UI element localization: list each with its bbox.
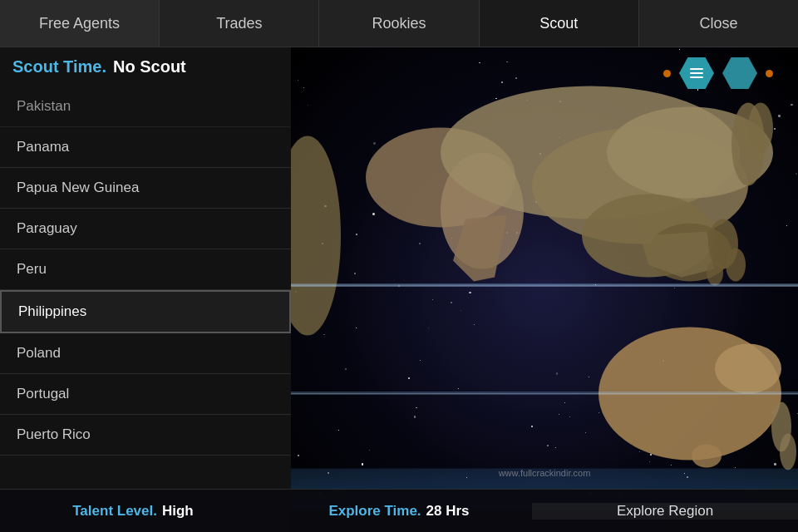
scout-time-label: Scout Time. xyxy=(12,57,106,76)
hex-button-map[interactable] xyxy=(722,57,757,89)
country-list: PakistanPanamaPapua New GuineaParaguayPe… xyxy=(0,86,291,532)
svg-point-17 xyxy=(692,445,722,468)
svg-point-19 xyxy=(780,434,796,470)
hex-button-list[interactable] xyxy=(679,57,714,89)
talent-label: Talent Level. xyxy=(72,503,157,520)
svg-point-11 xyxy=(726,249,746,282)
svg-point-16 xyxy=(715,344,781,394)
explore-value: 28 Hrs xyxy=(426,503,470,520)
country-item-pakistan[interactable]: Pakistan xyxy=(0,86,291,127)
country-item-puerto-rico[interactable]: Puerto Rico xyxy=(0,415,291,456)
dot-left xyxy=(663,70,671,77)
navigation-bar: Free AgentsTradesRookiesScoutClose xyxy=(0,0,798,47)
explore-region-button[interactable]: Explore Region xyxy=(617,503,713,520)
nav-item-close[interactable]: Close xyxy=(639,0,798,47)
watermark: www.fullcrackindir.com xyxy=(499,468,591,478)
explore-label: Explore Time. xyxy=(328,503,421,520)
explore-btn-section[interactable]: Explore Region xyxy=(532,503,798,520)
country-item-portugal[interactable]: Portugal xyxy=(0,374,291,415)
country-item-philippines[interactable]: Philippines xyxy=(0,290,291,333)
talent-value: High xyxy=(162,503,194,520)
scout-time-value: No Scout xyxy=(113,57,186,76)
nav-item-rookies[interactable]: Rookies xyxy=(319,0,479,47)
map-area: www.fullcrackindir.com xyxy=(291,47,798,532)
nav-item-scout[interactable]: Scout xyxy=(480,0,639,47)
nav-item-free-agents[interactable]: Free Agents xyxy=(0,0,160,47)
country-item-peru[interactable]: Peru xyxy=(0,249,291,290)
talent-section: Talent Level. High xyxy=(0,503,266,520)
country-item-papua-new-guinea[interactable]: Papua New Guinea xyxy=(0,168,291,209)
dot-right xyxy=(766,70,773,77)
country-item-panama[interactable]: Panama xyxy=(0,127,291,168)
scout-time-header: Scout Time. No Scout xyxy=(0,47,291,86)
hex-buttons xyxy=(663,57,773,89)
nav-item-trades[interactable]: Trades xyxy=(160,0,319,47)
svg-point-12 xyxy=(707,261,723,286)
svg-point-14 xyxy=(748,103,773,153)
main-area: Scout Time. No Scout PakistanPanamaPapua… xyxy=(0,47,798,532)
country-item-paraguay[interactable]: Paraguay xyxy=(0,209,291,249)
country-item-poland[interactable]: Poland xyxy=(0,333,291,374)
earth-map xyxy=(291,47,798,532)
explore-time-section: Explore Time. 28 Hrs xyxy=(266,503,532,520)
status-bar: Talent Level. High Explore Time. 28 Hrs … xyxy=(0,489,798,532)
left-panel: Scout Time. No Scout PakistanPanamaPapua… xyxy=(0,47,291,532)
